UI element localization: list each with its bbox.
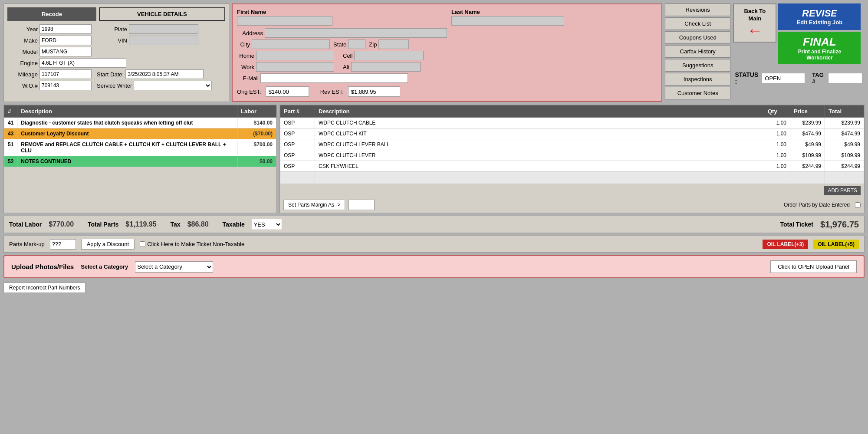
cell-input[interactable] [354, 51, 424, 60]
labor-col-desc: Description [17, 105, 237, 118]
vehicle-details-button[interactable]: VEHICLE DETAILS [99, 7, 225, 21]
labor-table-row: 52 NOTES CONTINUED $0.00 [4, 156, 276, 167]
revise-button[interactable]: REVISE Edit Existing Job [778, 3, 861, 30]
vin-input[interactable] [129, 36, 198, 45]
part-total: $109.99 [825, 150, 864, 161]
home-input[interactable] [256, 51, 334, 60]
customer-notes-button[interactable]: Customer Notes [665, 87, 730, 99]
parts-table-row: OSP CSK FLYWHEEL 1.00 $244.99 $244.99 [280, 161, 864, 172]
revise-title: REVISE [785, 8, 854, 19]
zip-input[interactable] [378, 39, 409, 49]
last-name-input[interactable] [451, 16, 564, 26]
rev-est-input[interactable] [348, 86, 400, 97]
work-input[interactable] [256, 62, 334, 72]
year-input[interactable] [39, 24, 92, 34]
taxable-select[interactable]: YES NO [252, 219, 282, 230]
orig-est-input[interactable] [266, 86, 309, 97]
total-ticket-label: Total Ticket [780, 221, 814, 228]
work-label: Work [237, 64, 254, 70]
non-taxable-checkbox[interactable] [140, 241, 145, 247]
apply-discount-button[interactable]: Apply a Discount [81, 239, 135, 250]
wo-input[interactable] [39, 81, 92, 90]
service-writer-select[interactable] [134, 81, 212, 90]
part-qty: 1.00 [764, 128, 790, 139]
order-parts-label: Order Parts by Date Entered [784, 202, 850, 208]
open-upload-panel-button[interactable]: Click to OPEN Upload Panel [770, 260, 857, 273]
city-input[interactable] [252, 39, 330, 49]
mileage-input[interactable] [39, 69, 92, 79]
labor-table: # Description Labor 41 Diagnostic - cust… [4, 105, 276, 167]
suggestions-button[interactable]: Suggestions [665, 59, 730, 72]
state-label: State [333, 41, 346, 48]
final-button[interactable]: FINAL Print and Finalize Workorder [778, 32, 861, 64]
start-date-input[interactable] [125, 69, 204, 79]
model-input[interactable] [39, 47, 92, 56]
part-qty: 1.00 [764, 139, 790, 150]
part-total: $239.99 [825, 118, 864, 128]
part-total: $49.99 [825, 139, 864, 150]
customer-panel: First Name Last Name Address City State … [232, 3, 662, 102]
labor-col-labor: Labor [237, 105, 276, 118]
part-desc: WDPC CLUTCH KIT [315, 128, 764, 139]
part-qty: 1.00 [764, 161, 790, 172]
non-taxable-label[interactable]: Click Here to Make Ticket Non-Taxable [140, 241, 244, 247]
engine-input[interactable] [39, 58, 126, 68]
part-total: $244.99 [825, 161, 864, 172]
plate-input[interactable] [129, 24, 198, 34]
back-to-main-button[interactable]: Back To Main ← [733, 3, 776, 43]
upload-title: Upload Photos/Files [11, 263, 74, 270]
recode-button[interactable]: Recode [7, 7, 96, 21]
checklist-button[interactable]: Check List [665, 17, 730, 30]
orig-est-label: Orig EST: [237, 89, 261, 95]
part-num: OSP [280, 139, 315, 150]
vin-label: VIN [97, 37, 127, 44]
labor-row-desc: NOTES CONTINUED [17, 156, 237, 167]
labor-col-num: # [4, 105, 17, 118]
markup-input[interactable] [50, 239, 76, 250]
email-label: E-Mail [237, 75, 259, 82]
vehicle-panel: Recode VEHICLE DETAILS Year Plate Make V… [3, 3, 229, 102]
email-input[interactable] [260, 73, 408, 83]
add-parts-button[interactable]: ADD PARTS [824, 186, 861, 195]
alt-input[interactable] [351, 62, 421, 72]
bottom-row: Parts Mark-up Apply a Discount Click Her… [3, 236, 865, 253]
labor-table-row: 41 Diagnostic - customer states that clu… [4, 118, 276, 128]
final-subtitle: Print and Finalize Workorder [785, 49, 854, 61]
margin-input[interactable] [349, 200, 375, 210]
plate-label: Plate [97, 26, 127, 33]
parts-table-panel: Part # Description Qty Price Total OSP W… [279, 105, 865, 213]
parts-table: Part # Description Qty Price Total OSP W… [280, 105, 864, 184]
set-margin-button[interactable]: Set Parts Margin As -> [283, 200, 345, 210]
address-input[interactable] [265, 28, 447, 38]
status-input[interactable] [762, 73, 805, 83]
parts-table-row: OSP WDPC CLUTCH KIT 1.00 $474.99 $474.99 [280, 128, 864, 139]
state-input[interactable] [348, 39, 365, 49]
labor-row-num: 52 [4, 156, 17, 167]
part-desc: CSK FLYWHEEL [315, 161, 764, 172]
part-num: OSP [280, 161, 315, 172]
parts-table-row: OSP WDPC CLUTCH LEVER 1.00 $109.99 $109.… [280, 150, 864, 161]
cell-label: Cell [343, 53, 352, 59]
part-price: $239.99 [790, 118, 825, 128]
inspections-button[interactable]: Inspections [665, 73, 730, 85]
rev-est-label: Rev EST: [320, 89, 344, 95]
mileage-label: Mileage [7, 71, 38, 78]
tag-input[interactable] [828, 73, 863, 83]
coupons-used-button[interactable]: Coupons Used [665, 31, 730, 44]
tax-value: $86.80 [187, 220, 209, 228]
labor-row-desc: REMOVE and REPLACE CLUTCH CABLE + CLUTCH… [17, 139, 237, 156]
order-parts-checkbox[interactable] [855, 202, 861, 208]
first-name-input[interactable] [237, 16, 332, 26]
city-label: City [237, 41, 250, 48]
report-incorrect-parts-button[interactable]: Report Incorrect Part Numbers [3, 283, 85, 293]
make-input[interactable] [39, 36, 92, 45]
category-select[interactable]: Select a Category [135, 261, 213, 273]
part-price: $109.99 [790, 150, 825, 161]
oil-label-yellow-button[interactable]: OIL LABEL(+5) [813, 240, 859, 249]
parts-empty-row [280, 172, 864, 184]
zip-label: Zip [369, 41, 377, 48]
make-label: Make [7, 37, 38, 44]
oil-label-red-button[interactable]: OIL LABEL(+3) [763, 240, 808, 249]
revisions-button[interactable]: Revisions [665, 3, 730, 16]
carfax-history-button[interactable]: Carfax History [665, 45, 730, 58]
